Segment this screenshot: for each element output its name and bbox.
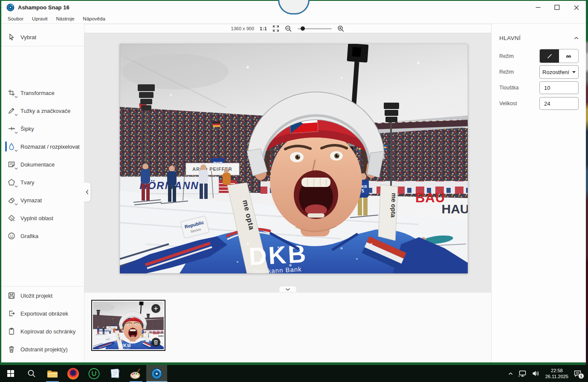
note-icon bbox=[8, 161, 15, 168]
menu-soubor[interactable]: Soubor bbox=[3, 16, 28, 21]
network-icon[interactable] bbox=[518, 370, 527, 377]
tool-label: Vybrat bbox=[20, 34, 36, 40]
clock-date: 26.11.2025 bbox=[545, 373, 568, 379]
taskbar-file-explorer[interactable] bbox=[42, 365, 63, 382]
taskbar-ashampoo-snap[interactable] bbox=[146, 365, 167, 382]
clock-time: 22:58 bbox=[545, 368, 568, 373]
editor-area: 1360 x 900 1:1 bbox=[84, 24, 491, 362]
chevron-up-icon[interactable] bbox=[574, 37, 579, 40]
start-button[interactable] bbox=[0, 365, 21, 382]
tray-chevron-up-icon[interactable] bbox=[508, 372, 513, 375]
notepad-icon bbox=[110, 368, 121, 379]
taskbar-search-button[interactable] bbox=[21, 365, 42, 382]
size-input[interactable] bbox=[539, 97, 579, 110]
tool-label: Tvary bbox=[20, 179, 35, 186]
tool-label: Dokumentace bbox=[20, 161, 55, 168]
maximize-button[interactable] bbox=[547, 1, 567, 14]
sidebar-item-vymazat[interactable]: Vymazat bbox=[1, 191, 84, 209]
image-size-label: 1360 x 900 bbox=[231, 26, 254, 31]
sidebar: Vybrat Transformace Tužky a značkovače bbox=[1, 24, 84, 362]
clipboard-icon bbox=[8, 327, 15, 335]
uninstaller-icon bbox=[88, 368, 100, 379]
app-logo-icon bbox=[6, 3, 14, 11]
paint-icon bbox=[130, 368, 142, 379]
sidebar-item-sipky[interactable]: Šipky bbox=[1, 120, 84, 138]
sidebar-item-tuzky[interactable]: Tužky a značkovače bbox=[1, 102, 84, 120]
sidebar-item-vybrat[interactable]: Vybrat bbox=[1, 28, 84, 46]
droplet-icon bbox=[8, 143, 15, 150]
thickness-input[interactable] bbox=[539, 81, 579, 94]
zoom-in-icon[interactable] bbox=[337, 25, 345, 32]
project-thumbnail[interactable] bbox=[91, 300, 165, 351]
taskbar-firefox[interactable] bbox=[63, 365, 84, 382]
folder-icon bbox=[47, 369, 58, 378]
delete-project-button[interactable]: Odstranit projekt(y) bbox=[1, 340, 84, 358]
sidebar-item-vyplnit[interactable]: Vyplnit oblast bbox=[1, 209, 84, 227]
firefox-icon bbox=[67, 368, 79, 379]
zoom-out-icon[interactable] bbox=[285, 25, 292, 32]
taskbar-paint[interactable] bbox=[125, 365, 146, 382]
mode-freehand-button[interactable] bbox=[559, 49, 578, 63]
windows-logo-icon bbox=[7, 370, 14, 377]
eraser-icon bbox=[8, 196, 15, 204]
taskbar-notepad[interactable] bbox=[104, 365, 125, 382]
project-strip bbox=[84, 292, 491, 362]
action-center-button[interactable]: 1 bbox=[574, 370, 581, 377]
line-icon bbox=[546, 52, 553, 60]
taskbar-iobit[interactable] bbox=[84, 365, 104, 382]
minimize-button[interactable] bbox=[528, 1, 547, 14]
action-label: Odstranit projekt(y) bbox=[20, 346, 68, 353]
taskbar-clock[interactable]: 22:58 26.11.2025 bbox=[545, 368, 568, 380]
menubar: Soubor Upravit Nástroje Nápověda bbox=[1, 14, 586, 24]
fit-to-screen-icon[interactable] bbox=[272, 25, 279, 32]
sidebar-item-rozmazat[interactable]: Rozmazat / rozpixelovat bbox=[1, 138, 84, 155]
desktop-wallpaper-edge bbox=[586, 0, 588, 365]
sidebar-item-tvary[interactable]: Tvary bbox=[1, 173, 84, 191]
canvas-image[interactable] bbox=[120, 44, 468, 273]
menu-napoveda[interactable]: Nápověda bbox=[78, 16, 109, 21]
menu-nastroje[interactable]: Nástroje bbox=[52, 16, 79, 21]
mode-line-button[interactable] bbox=[540, 49, 559, 63]
tool-label: Vyplnit oblast bbox=[20, 215, 53, 221]
tool-label: Grafika bbox=[20, 233, 38, 239]
speaker-icon[interactable] bbox=[532, 370, 540, 377]
canvas-toolbar: 1360 x 900 1:1 bbox=[84, 24, 491, 33]
mode-toggle bbox=[539, 49, 579, 63]
snap-icon bbox=[151, 368, 162, 379]
notification-badge: 1 bbox=[578, 373, 584, 379]
chevron-left-icon bbox=[86, 190, 89, 195]
copy-to-clipboard-button[interactable]: Kopírovat do schránky bbox=[1, 322, 84, 340]
close-button[interactable] bbox=[567, 1, 586, 14]
blur-mode-dropdown[interactable]: Rozostření bbox=[539, 65, 579, 79]
tool-label: Transformace bbox=[20, 90, 55, 96]
fill-area-icon bbox=[8, 214, 15, 222]
sidebar-item-dokumentace[interactable]: Dokumentace bbox=[1, 155, 84, 173]
plus-icon bbox=[154, 306, 158, 311]
zoom-slider[interactable] bbox=[298, 26, 332, 31]
zoom-slider-knob[interactable] bbox=[301, 26, 305, 31]
save-icon bbox=[8, 292, 15, 299]
system-tray: 22:58 26.11.2025 1 bbox=[508, 365, 588, 382]
sidebar-collapse-handle[interactable] bbox=[84, 182, 91, 202]
add-project-button[interactable] bbox=[151, 304, 160, 313]
panel-expand-handle[interactable] bbox=[279, 286, 297, 292]
cursor-icon bbox=[8, 33, 15, 41]
save-project-button[interactable]: Uložit projekt bbox=[1, 287, 84, 304]
inspector-panel: HLAVNÍ Režim Režim Rozostření bbox=[491, 24, 586, 362]
menu-upravit[interactable]: Upravit bbox=[28, 16, 52, 21]
trash-icon bbox=[8, 345, 15, 353]
blur-mode-value: Rozostření bbox=[542, 69, 569, 75]
delete-thumbnail-button[interactable] bbox=[151, 338, 160, 347]
trash-icon bbox=[154, 340, 158, 345]
inspector-title: HLAVNÍ bbox=[499, 35, 521, 41]
sidebar-item-transformace[interactable]: Transformace bbox=[1, 84, 84, 102]
caret-down-icon bbox=[572, 71, 576, 73]
sidebar-item-grafika[interactable]: Grafika bbox=[1, 227, 84, 245]
action-label: Exportovat obrázek bbox=[20, 310, 68, 317]
canvas-area[interactable] bbox=[84, 33, 491, 292]
scribble-icon bbox=[565, 52, 573, 60]
ratio-label[interactable]: 1:1 bbox=[260, 26, 267, 31]
export-icon bbox=[8, 310, 15, 317]
export-image-button[interactable]: Exportovat obrázek bbox=[1, 304, 84, 322]
pencil-icon bbox=[8, 107, 15, 115]
